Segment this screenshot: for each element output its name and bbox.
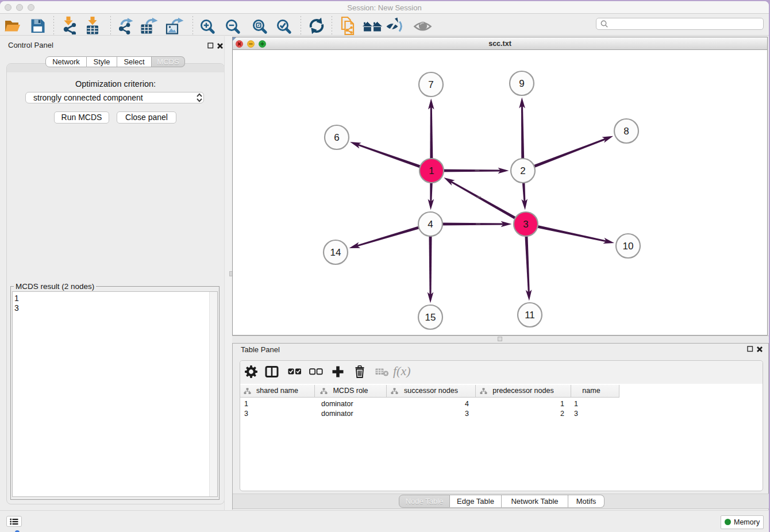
svg-text:6: 6 (334, 132, 339, 143)
svg-text:2: 2 (520, 165, 525, 176)
svg-text:15: 15 (425, 312, 436, 323)
svg-text:11: 11 (525, 310, 535, 321)
svg-text:7: 7 (428, 79, 433, 90)
svg-text:4: 4 (428, 219, 433, 230)
svg-text:1: 1 (429, 165, 434, 176)
svg-text:3: 3 (523, 219, 528, 230)
svg-text:14: 14 (330, 247, 341, 258)
svg-text:9: 9 (519, 78, 524, 89)
svg-text:10: 10 (623, 241, 634, 252)
svg-text:8: 8 (623, 126, 629, 137)
